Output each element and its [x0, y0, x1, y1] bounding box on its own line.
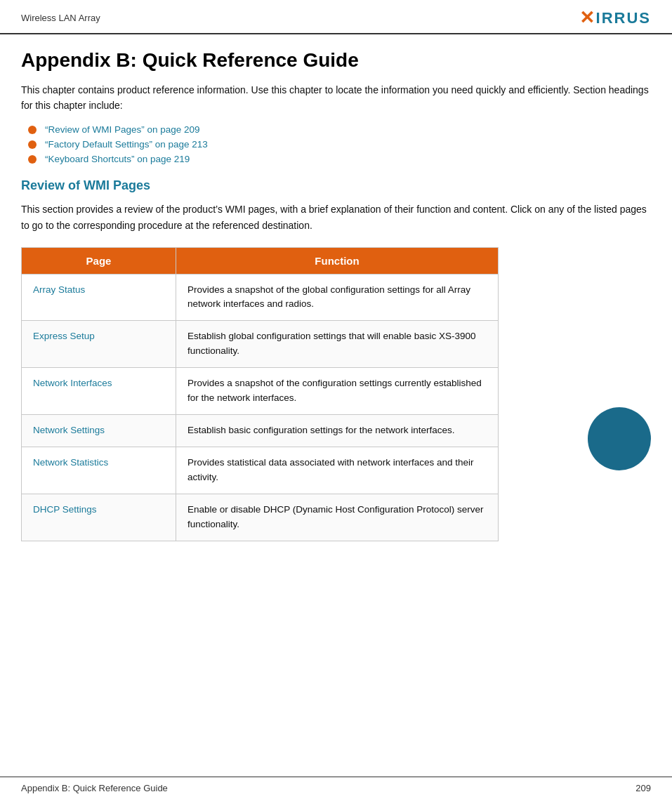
logo-text: IRRUS	[596, 9, 651, 27]
bullet-list: “Review of WMI Pages” on page 209 “Facto…	[21, 124, 651, 164]
table-cell-function: Provides a snapshot of the global config…	[176, 274, 499, 321]
wmi-table: Page Function Array StatusProvides a sna…	[21, 247, 499, 541]
list-item: “Review of WMI Pages” on page 209	[28, 124, 651, 135]
table-cell-page[interactable]: DHCP Settings	[22, 494, 176, 541]
table-cell-function: Provides statistical data associated wit…	[176, 447, 499, 494]
logo-x-icon: ✕	[579, 7, 595, 29]
bullet-dot-icon	[28, 155, 37, 164]
bullet-dot-icon	[28, 140, 37, 149]
table-row: Network InterfacesProvides a snapshot of…	[22, 368, 499, 415]
decorative-circle	[588, 407, 651, 470]
table-row: Express SetupEstablish global configurat…	[22, 321, 499, 368]
table-cell-page[interactable]: Network Settings	[22, 415, 176, 447]
main-content: Appendix B: Quick Reference Guide This c…	[0, 34, 672, 555]
table-cell-function: Enable or disable DHCP (Dynamic Host Con…	[176, 494, 499, 541]
table-row: Array StatusProvides a snapshot of the g…	[22, 274, 499, 321]
table-cell-page[interactable]: Express Setup	[22, 321, 176, 368]
logo: ✕ IRRUS	[579, 7, 651, 29]
header-title: Wireless LAN Array	[21, 13, 100, 23]
table-row: Network SettingsEstablish basic configur…	[22, 415, 499, 447]
table-cell-function: Establish global configuration settings …	[176, 321, 499, 368]
page-footer: Appendix B: Quick Reference Guide 209	[0, 777, 672, 799]
footer-left: Appendix B: Quick Reference Guide	[21, 783, 168, 793]
table-header-function: Function	[176, 247, 499, 274]
bullet-link-3[interactable]: “Keyboard Shortcuts” on page 219	[45, 154, 190, 164]
intro-paragraph: This chapter contains product reference …	[21, 82, 651, 114]
section-title: Review of WMI Pages	[21, 178, 651, 193]
table-row: DHCP SettingsEnable or disable DHCP (Dyn…	[22, 494, 499, 541]
page-header: Wireless LAN Array ✕ IRRUS	[0, 0, 672, 34]
bullet-link-2[interactable]: “Factory Default Settings” on page 213	[45, 139, 208, 150]
table-cell-page[interactable]: Network Interfaces	[22, 368, 176, 415]
table-cell-page[interactable]: Network Statistics	[22, 447, 176, 494]
list-item: “Keyboard Shortcuts” on page 219	[28, 154, 651, 164]
table-cell-function: Provides a snapshot of the configuration…	[176, 368, 499, 415]
bullet-dot-icon	[28, 126, 37, 134]
table-header-page: Page	[22, 247, 176, 274]
page-title: Appendix B: Quick Reference Guide	[21, 48, 651, 72]
table-row: Network StatisticsProvides statistical d…	[22, 447, 499, 494]
list-item: “Factory Default Settings” on page 213	[28, 139, 651, 150]
table-cell-function: Establish basic configuration settings f…	[176, 415, 499, 447]
footer-right: 209	[635, 783, 651, 793]
bullet-link-1[interactable]: “Review of WMI Pages” on page 209	[45, 124, 200, 135]
section-paragraph: This section provides a review of the pr…	[21, 202, 651, 234]
table-cell-page[interactable]: Array Status	[22, 274, 176, 321]
